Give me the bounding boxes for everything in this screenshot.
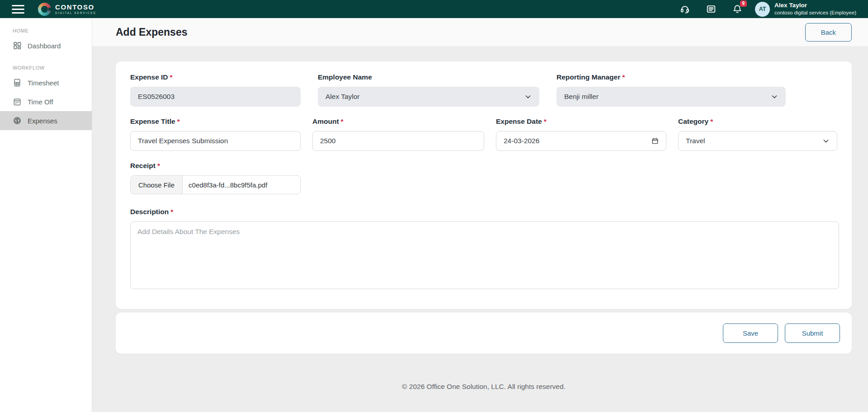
back-button[interactable]: Back bbox=[805, 23, 852, 42]
menu-hamburger-icon[interactable] bbox=[12, 5, 24, 14]
dollar-coin-icon bbox=[13, 116, 22, 125]
chevron-down-icon bbox=[822, 137, 830, 145]
required-marker: * bbox=[170, 208, 173, 215]
sidebar-item-label: Dashboard bbox=[28, 42, 61, 50]
main-area: Add Expenses Back Expense ID* Employee N… bbox=[92, 0, 868, 403]
required-marker: * bbox=[710, 117, 713, 125]
category-select[interactable]: Travel bbox=[678, 131, 837, 151]
receipt-field-group: Receipt* Choose File c0ed8f3a-fd...8bc9f… bbox=[130, 162, 839, 194]
amount-field-group: Amount* bbox=[312, 117, 484, 151]
user-subtitle: contoso digital services (Employee) bbox=[774, 9, 856, 16]
expense-title-label: Expense Title* bbox=[130, 117, 301, 126]
user-name: Alex Taylor bbox=[774, 2, 856, 9]
dashboard-grid-icon bbox=[13, 41, 22, 50]
save-button[interactable]: Save bbox=[723, 323, 778, 343]
app-header: CONTOSO DIGITAL SERVICES 9 bbox=[0, 0, 868, 18]
description-field-group: Description* bbox=[130, 208, 839, 291]
expense-title-field-group: Expense Title* bbox=[130, 117, 301, 151]
amount-input[interactable] bbox=[312, 131, 484, 151]
sidebar-section-workflow: WORKFLOW bbox=[13, 65, 92, 70]
expense-form-card: Expense ID* Employee Name Alex Taylor bbox=[116, 61, 852, 309]
sidebar: HOME Dashboard WORKFLOW Timesheet bbox=[0, 18, 92, 412]
required-marker: * bbox=[622, 73, 625, 81]
employee-name-label: Employee Name bbox=[318, 73, 539, 81]
expense-id-input[interactable] bbox=[130, 87, 301, 107]
brand-name: CONTOSO bbox=[55, 4, 96, 10]
required-marker: * bbox=[341, 117, 344, 125]
sidebar-item-timeoff[interactable]: Time Off bbox=[0, 92, 92, 111]
form-actions-card: Save Submit bbox=[116, 313, 852, 354]
required-marker: * bbox=[177, 117, 180, 125]
expense-id-label: Expense ID* bbox=[130, 73, 301, 81]
sidebar-item-timesheet[interactable]: Timesheet bbox=[0, 73, 92, 92]
reporting-manager-label: Reporting Manager* bbox=[557, 73, 786, 81]
notification-count-badge: 9 bbox=[740, 0, 747, 7]
receipt-file-input[interactable]: Choose File c0ed8f3a-fd...8bc9f5fa.pdf bbox=[130, 175, 301, 194]
required-marker: * bbox=[157, 162, 160, 169]
receipt-label: Receipt* bbox=[130, 162, 839, 170]
headset-icon[interactable] bbox=[680, 4, 690, 14]
avatar: AT bbox=[755, 2, 770, 17]
reporting-manager-select[interactable]: Benji miller bbox=[557, 87, 786, 107]
category-field-group: Category* Travel bbox=[678, 117, 837, 151]
expense-title-input[interactable] bbox=[130, 131, 301, 151]
sidebar-section-home: HOME bbox=[13, 28, 92, 33]
receipt-filename: c0ed8f3a-fd...8bc9f5fa.pdf bbox=[183, 176, 273, 194]
newsfeed-icon[interactable] bbox=[706, 4, 716, 14]
employee-name-field-group: Employee Name Alex Taylor bbox=[318, 73, 539, 107]
brand-logo[interactable]: CONTOSO DIGITAL SERVICES bbox=[38, 3, 96, 16]
required-marker: * bbox=[170, 73, 173, 81]
submit-button[interactable]: Submit bbox=[785, 323, 840, 343]
sidebar-item-label: Time Off bbox=[28, 98, 53, 106]
category-label: Category* bbox=[678, 117, 837, 126]
calendar-picker-icon bbox=[651, 137, 659, 145]
timesheet-icon bbox=[13, 78, 22, 87]
sidebar-item-label: Timesheet bbox=[28, 79, 59, 87]
sidebar-item-expenses[interactable]: Expenses bbox=[0, 111, 92, 130]
expense-date-label: Expense Date* bbox=[496, 117, 666, 126]
sidebar-item-dashboard[interactable]: Dashboard bbox=[0, 36, 92, 55]
page-title-bar: Add Expenses Back bbox=[92, 18, 868, 46]
choose-file-button[interactable]: Choose File bbox=[131, 176, 183, 194]
notifications-bell-icon[interactable]: 9 bbox=[732, 4, 742, 14]
contoso-logo-icon bbox=[38, 3, 51, 16]
reporting-manager-field-group: Reporting Manager* Benji miller bbox=[557, 73, 786, 107]
expense-date-input[interactable]: 24-03-2026 bbox=[496, 131, 666, 151]
chevron-down-icon bbox=[524, 93, 532, 100]
copyright-footer: © 2026 Office One Solution, LLC. All rig… bbox=[116, 354, 852, 403]
description-label: Description* bbox=[130, 208, 839, 216]
amount-label: Amount* bbox=[312, 117, 484, 126]
employee-name-select[interactable]: Alex Taylor bbox=[318, 87, 539, 107]
sidebar-item-label: Expenses bbox=[28, 117, 57, 125]
page-title: Add Expenses bbox=[116, 26, 188, 38]
calendar-icon bbox=[13, 97, 22, 106]
expense-date-field-group: Expense Date* 24-03-2026 bbox=[496, 117, 666, 151]
description-textarea[interactable] bbox=[130, 221, 839, 289]
expense-id-field-group: Expense ID* bbox=[130, 73, 301, 107]
user-menu[interactable]: AT Alex Taylor contoso digital services … bbox=[755, 2, 856, 17]
required-marker: * bbox=[544, 117, 547, 125]
brand-tagline: DIGITAL SERVICES bbox=[55, 12, 96, 14]
chevron-down-icon bbox=[771, 93, 778, 100]
